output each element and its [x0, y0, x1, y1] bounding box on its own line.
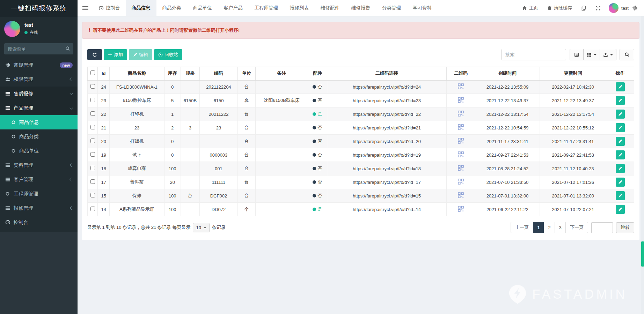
- qr-code-icon[interactable]: [458, 179, 464, 185]
- column-header[interactable]: 操作: [606, 67, 634, 80]
- qr-code-icon[interactable]: [458, 192, 464, 198]
- table-row[interactable]: 14A系列液晶显示屏100DD072个是https://farepair.ryc…: [88, 203, 634, 216]
- column-header[interactable]: 备注: [255, 67, 308, 80]
- table-row[interactable]: 21232323台否https://farepair.rycl.vip/f/o/…: [88, 121, 634, 135]
- hamburger-menu-icon[interactable]: [78, 0, 93, 16]
- column-header[interactable]: 配件: [308, 67, 327, 80]
- sidebar-item[interactable]: 常规管理new: [0, 58, 78, 72]
- sidebar-item[interactable]: 产品管理: [0, 101, 78, 115]
- row-checkbox[interactable]: [90, 179, 95, 184]
- add-button[interactable]: 添加: [104, 49, 127, 60]
- table-row[interactable]: 22打印机120211222台是https://farepair.rycl.vi…: [88, 107, 634, 121]
- row-edit-button[interactable]: [616, 191, 625, 200]
- page-number-button[interactable]: 3: [555, 222, 566, 233]
- topbar-tab[interactable]: 报修列表: [284, 0, 315, 16]
- topbar-tab[interactable]: 商品信息: [126, 0, 156, 16]
- row-checkbox[interactable]: [90, 84, 95, 89]
- recycle-bin-button[interactable]: 回收站: [154, 49, 182, 60]
- export-dropdown-button[interactable]: [600, 49, 616, 60]
- topbar-tab[interactable]: 商品单位: [187, 0, 218, 16]
- qr-code-icon[interactable]: [458, 97, 464, 103]
- gear-icon[interactable]: [631, 0, 639, 16]
- sidebar-subitem[interactable]: 商品分类: [0, 129, 78, 144]
- sidebar-item[interactable]: 报修管理: [0, 201, 78, 215]
- column-header[interactable]: 规格: [181, 67, 199, 80]
- row-edit-button[interactable]: [616, 110, 625, 119]
- sidebar-search-input[interactable]: [4, 43, 73, 54]
- sidebar-item[interactable]: 售后报修: [0, 87, 78, 101]
- column-header[interactable]: 更新时间: [540, 67, 606, 80]
- page-number-button[interactable]: 1: [533, 222, 544, 233]
- sidebar-item[interactable]: 工程师管理: [0, 187, 78, 201]
- edit-button[interactable]: 编辑: [129, 49, 152, 60]
- row-checkbox[interactable]: [90, 152, 95, 157]
- table-row[interactable]: 19试下00000003台否https://farepair.rycl.vip/…: [88, 148, 634, 162]
- row-checkbox[interactable]: [90, 139, 95, 143]
- clear-cache-link[interactable]: 清除缓存: [543, 0, 577, 16]
- next-page-button[interactable]: 下一页: [565, 222, 588, 233]
- qr-code-icon[interactable]: [458, 206, 464, 212]
- table-row[interactable]: 20打饭机0台否https://farepair.rycl.vip/f/o/d?…: [88, 135, 634, 148]
- column-header[interactable]: 库存: [164, 67, 181, 80]
- qr-code-icon[interactable]: [458, 138, 464, 144]
- topbar-tab[interactable]: 维修报告: [345, 0, 376, 16]
- row-checkbox[interactable]: [90, 193, 95, 197]
- qr-code-icon[interactable]: [458, 165, 464, 171]
- advanced-search-button[interactable]: [620, 49, 634, 60]
- column-header[interactable]: 单位: [237, 67, 255, 80]
- topbar-user-name[interactable]: test: [621, 6, 629, 11]
- qr-code-icon[interactable]: [458, 111, 464, 117]
- topbar-avatar[interactable]: [609, 3, 619, 13]
- jump-page-input[interactable]: [591, 222, 613, 233]
- search-icon[interactable]: [65, 46, 70, 51]
- sidebar-subitem[interactable]: 商品单位: [0, 144, 78, 158]
- row-edit-button[interactable]: [616, 205, 625, 214]
- row-edit-button[interactable]: [616, 164, 625, 173]
- detail-view-button[interactable]: [570, 49, 584, 60]
- row-edit-button[interactable]: [616, 96, 625, 105]
- page-size-select[interactable]: 10: [193, 223, 209, 232]
- home-link[interactable]: 主页: [518, 0, 543, 16]
- row-edit-button[interactable]: [616, 178, 625, 187]
- refresh-button[interactable]: [87, 49, 102, 60]
- qr-code-icon[interactable]: [458, 83, 464, 89]
- scrollbar-thumb[interactable]: [641, 241, 644, 267]
- topbar-console-link[interactable]: 控制台: [93, 0, 126, 16]
- column-header[interactable]: Id: [98, 67, 110, 80]
- sidebar-subitem[interactable]: 商品信息: [0, 115, 78, 129]
- table-search-input[interactable]: [502, 49, 566, 60]
- row-checkbox[interactable]: [90, 166, 95, 170]
- row-checkbox[interactable]: [90, 98, 95, 102]
- column-header[interactable]: 创建时间: [475, 67, 540, 80]
- qr-code-icon[interactable]: [458, 151, 464, 157]
- sidebar-item[interactable]: 控制台: [0, 215, 78, 230]
- sidebar-item[interactable]: 权限管理: [0, 72, 78, 87]
- table-row[interactable]: 18成弈电商100001台否https://farepair.rycl.vip/…: [88, 162, 634, 175]
- clipboard-icon[interactable]: [577, 0, 591, 16]
- page-number-button[interactable]: 2: [544, 222, 555, 233]
- row-edit-button[interactable]: [616, 150, 625, 159]
- column-header[interactable]: 编码: [200, 67, 238, 80]
- row-checkbox[interactable]: [90, 111, 95, 116]
- jump-button[interactable]: 跳转: [616, 222, 634, 233]
- row-edit-button[interactable]: [616, 82, 625, 91]
- row-edit-button[interactable]: [616, 137, 625, 146]
- sidebar-item[interactable]: 客户管理: [0, 172, 78, 187]
- row-checkbox[interactable]: [90, 207, 95, 211]
- column-header[interactable]: 二维码: [447, 67, 475, 80]
- topbar-tab[interactable]: 分类管理: [376, 0, 407, 16]
- table-row[interactable]: 24FS-LD3000WNNA-102021122204台否https://fa…: [88, 80, 634, 94]
- column-header[interactable]: 二维码连接: [327, 67, 447, 80]
- select-all-checkbox[interactable]: [90, 70, 95, 75]
- row-checkbox[interactable]: [90, 125, 95, 129]
- table-row[interactable]: 17普洱茶20111111台否https://farepair.rycl.vip…: [88, 175, 634, 189]
- prev-page-button[interactable]: 上一页: [511, 222, 533, 233]
- fullscreen-icon[interactable]: [591, 0, 605, 16]
- sidebar-item[interactable]: 资料管理: [0, 158, 78, 172]
- qr-code-icon[interactable]: [458, 124, 464, 130]
- topbar-tab[interactable]: 工程师管理: [249, 0, 284, 16]
- row-edit-button[interactable]: [616, 123, 625, 132]
- topbar-tab[interactable]: 客户产品: [218, 0, 249, 16]
- table-row[interactable]: 15保修100台DCF002台否https://farepair.rycl.vi…: [88, 189, 634, 203]
- topbar-tab[interactable]: 学习资料: [407, 0, 438, 16]
